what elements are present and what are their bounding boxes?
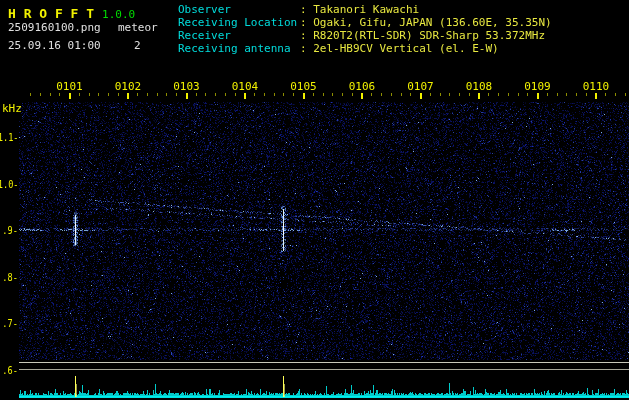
info-label: Observer [178, 3, 300, 16]
output-filename: 2509160100.png [8, 21, 101, 34]
time-subtick [605, 93, 606, 96]
freq-tick-label: .7- [2, 317, 18, 330]
time-tick [595, 93, 597, 99]
freq-unit-label: kHz [2, 102, 22, 115]
time-subtick [313, 93, 314, 96]
time-subtick [401, 93, 402, 96]
info-row-antenna: Receiving antenna: 2el-HB9CV Vertical (e… [178, 42, 552, 55]
time-tick-label: 0103 [173, 80, 200, 93]
freq-tick-label: 1.0- [0, 177, 18, 190]
info-row-receiver: Receiver: R820T2(RTL-SDR) SDR-Sharp 53.3… [178, 29, 552, 42]
time-subtick [254, 93, 255, 96]
time-subtick [586, 93, 587, 96]
info-row-observer: Observer: Takanori Kawachi [178, 3, 552, 16]
time-tick [69, 93, 71, 99]
time-subtick [98, 93, 99, 96]
time-subtick [440, 93, 441, 96]
time-subtick [264, 93, 265, 96]
time-subtick [459, 93, 460, 96]
time-tick-label: 0102 [115, 80, 142, 93]
freq-tick-label: .9- [2, 224, 18, 237]
time-subtick [469, 93, 470, 96]
time-subtick [323, 93, 324, 96]
time-tick [303, 93, 305, 99]
info-row-location: Receiving Location: Ogaki, Gifu, JAPAN (… [178, 16, 552, 29]
info-value: : R820T2(RTL-SDR) SDR-Sharp 53.372MHz [300, 29, 545, 42]
info-value: : Ogaki, Gifu, JAPAN (136.60E, 35.35N) [300, 16, 552, 29]
time-subtick [576, 93, 577, 96]
time-tick [478, 93, 480, 99]
time-subtick [332, 93, 333, 96]
time-subtick [79, 93, 80, 96]
mode-label: meteor [118, 21, 158, 34]
time-subtick [205, 93, 206, 96]
time-subtick [59, 93, 60, 96]
time-subtick [547, 93, 548, 96]
time-subtick [625, 93, 626, 96]
time-subtick [147, 93, 148, 96]
time-subtick [30, 93, 31, 96]
time-tick [537, 93, 539, 99]
time-subtick [40, 93, 41, 96]
time-tick [186, 93, 188, 99]
time-subtick [566, 93, 567, 96]
time-subtick [527, 93, 528, 96]
time-tick-label: 0104 [232, 80, 259, 93]
time-tick-label: 0107 [407, 80, 434, 93]
freq-tick-label: .8- [2, 270, 18, 283]
time-subtick [518, 93, 519, 96]
time-tick-label: 0105 [290, 80, 317, 93]
time-tick-label: 0101 [56, 80, 83, 93]
time-subtick [137, 93, 138, 96]
time-subtick [89, 93, 90, 96]
time-subtick [118, 93, 119, 96]
time-subtick [430, 93, 431, 96]
time-subtick [381, 93, 382, 96]
echo-count: 2 [134, 39, 141, 52]
time-subtick [157, 93, 158, 96]
time-tick [420, 93, 422, 99]
spectrogram-plot [0, 0, 629, 400]
time-subtick [176, 93, 177, 96]
time-subtick [410, 93, 411, 96]
info-label: Receiver [178, 29, 300, 42]
time-subtick [235, 93, 236, 96]
time-tick [244, 93, 246, 99]
time-subtick [50, 93, 51, 96]
time-subtick [498, 93, 499, 96]
info-value: : 2el-HB9CV Vertical (el. E-W) [300, 42, 499, 55]
freq-tick-label: .6- [2, 363, 18, 376]
time-subtick [225, 93, 226, 96]
freq-tick-label: 1.1- [0, 131, 18, 144]
info-value: : Takanori Kawachi [300, 3, 419, 16]
time-subtick [371, 93, 372, 96]
time-subtick [449, 93, 450, 96]
time-tick-label: 0106 [349, 80, 376, 93]
time-subtick [293, 93, 294, 96]
app-version: 1.0.0 [102, 8, 135, 21]
info-label: Receiving antenna [178, 42, 300, 55]
time-subtick [557, 93, 558, 96]
time-subtick [615, 93, 616, 96]
time-tick-label: 0109 [524, 80, 551, 93]
time-subtick [108, 93, 109, 96]
time-tick [127, 93, 129, 99]
app-header: H R O F F T1.0.0 [8, 3, 135, 22]
time-subtick [508, 93, 509, 96]
time-subtick [391, 93, 392, 96]
timestamp: 25.09.16 01:00 [8, 39, 101, 52]
time-subtick [342, 93, 343, 96]
time-subtick [352, 93, 353, 96]
time-tick [361, 93, 363, 99]
app-title: H R O F F T [8, 6, 94, 21]
time-subtick [283, 93, 284, 96]
time-tick-label: 0110 [583, 80, 610, 93]
time-subtick [215, 93, 216, 96]
time-subtick [166, 93, 167, 96]
time-subtick [488, 93, 489, 96]
time-tick-label: 0108 [466, 80, 493, 93]
time-subtick [274, 93, 275, 96]
time-subtick [196, 93, 197, 96]
hrofft-window: H R O F F T1.0.0 2509160100.png meteor 2… [0, 0, 629, 400]
info-label: Receiving Location [178, 16, 300, 29]
